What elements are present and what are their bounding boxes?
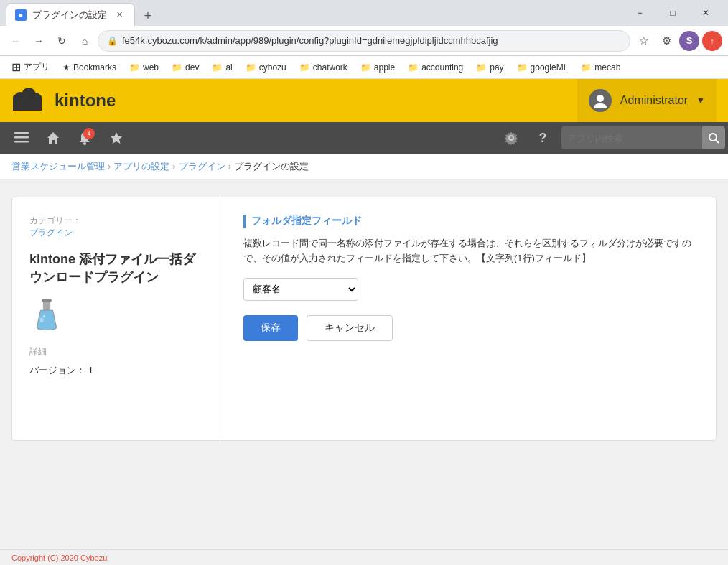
folder-icon: 📁	[517, 62, 528, 73]
svg-marker-10	[47, 132, 59, 144]
folder-icon: 📁	[172, 62, 182, 73]
reload-button[interactable]: ↻	[52, 31, 72, 51]
plugin-config-panel: フォルダ指定フィールド 複数レコード間で同一名称の添付ファイルが存在する場合は、…	[220, 197, 716, 440]
bookmark-ai[interactable]: 📁 ai	[206, 60, 238, 75]
back-button[interactable]: ←	[6, 31, 26, 51]
config-actions: 保存 キャンセル	[243, 315, 693, 341]
star-nav-icon	[109, 131, 123, 145]
svg-point-18	[40, 318, 44, 323]
home-nav-icon[interactable]	[40, 125, 66, 151]
svg-point-6	[594, 103, 607, 108]
bookmark-dev[interactable]: 📁 dev	[166, 60, 205, 75]
bookmarks-bar: ⊞ アプリ ★ Bookmarks 📁 web 📁 dev 📁 ai 📁 cyb…	[0, 56, 728, 79]
plugin-category-value: プラグイン	[29, 227, 202, 239]
plugin-icon-wrap	[29, 298, 202, 335]
window-controls: − □ ✕	[623, 0, 722, 26]
nav-bar: 4 ?	[0, 122, 728, 154]
breadcrumb: 営業スケジュール管理 › アプリの設定 › プラグイン › プラグインの設定	[0, 154, 728, 179]
footer: Copyright (C) 2020 Cybozu	[0, 549, 728, 565]
nav-search-wrap	[561, 126, 702, 149]
bookmark-bookmarks-label: Bookmarks	[73, 62, 116, 73]
plugin-details-label: 詳細	[29, 346, 202, 358]
bookmark-chatwork-label: chatwork	[313, 62, 347, 73]
folder-icon: 📁	[476, 62, 487, 73]
main-content: カテゴリー： プラグイン kintone 添付ファイル一括ダウンロードプラグイン…	[0, 179, 728, 538]
bookmark-googleml-label: googleML	[531, 62, 569, 73]
svg-marker-12	[111, 132, 122, 144]
settings-nav-icon[interactable]	[498, 125, 524, 151]
forward-button[interactable]: →	[29, 31, 49, 51]
bookmark-pay-label: pay	[490, 62, 503, 73]
svg-rect-17	[42, 299, 52, 302]
hamburger-icon	[14, 132, 29, 144]
bookmark-chatwork[interactable]: 📁 chatwork	[294, 60, 353, 75]
breadcrumb-item-1[interactable]: 営業スケジュール管理	[11, 160, 105, 173]
help-nav-icon[interactable]: ?	[530, 125, 556, 151]
home-button[interactable]: ⌂	[75, 31, 95, 51]
bookmark-pay[interactable]: 📁 pay	[470, 60, 509, 75]
extensions-button[interactable]: ⚙	[656, 31, 676, 51]
home-icon	[46, 131, 60, 145]
cancel-button[interactable]: キャンセル	[307, 315, 393, 341]
svg-rect-4	[13, 98, 42, 111]
kintone-logo-text: kintone	[55, 90, 116, 111]
breadcrumb-sep-1: ›	[108, 161, 111, 172]
bookmark-star-button[interactable]: ☆	[633, 31, 653, 51]
favorites-icon[interactable]	[103, 125, 129, 151]
active-tab[interactable]: ■ プラグインの設定 ✕	[6, 3, 135, 26]
bookmark-googleml[interactable]: 📁 googleML	[511, 60, 574, 75]
plugin-version-label: バージョン：	[29, 365, 85, 375]
bookmark-cybozu-label: cybozu	[259, 62, 286, 73]
gear-icon	[504, 131, 518, 145]
breadcrumb-item-2[interactable]: アプリの設定	[113, 160, 169, 173]
maximize-button[interactable]: □	[656, 0, 689, 26]
bookmark-ai-label: ai	[225, 62, 232, 73]
lock-icon: 🔒	[107, 36, 118, 46]
admin-dropdown-arrow[interactable]: ▼	[696, 95, 705, 106]
address-input-wrap[interactable]: 🔒 fe54k.cybozu.com/k/admin/app/989/plugi…	[98, 30, 630, 52]
profile-button[interactable]: S	[679, 31, 699, 51]
svg-point-11	[83, 142, 86, 145]
notification-bell[interactable]: 4	[72, 125, 98, 151]
svg-point-14	[709, 134, 717, 141]
svg-line-15	[716, 140, 719, 143]
bookmark-bookmarks[interactable]: ★ Bookmarks	[57, 60, 122, 75]
save-button[interactable]: 保存	[243, 315, 298, 341]
bookmark-accounting[interactable]: 📁 accounting	[402, 60, 469, 75]
plugin-card: カテゴリー： プラグイン kintone 添付ファイル一括ダウンロードプラグイン…	[11, 197, 717, 441]
svg-point-19	[43, 315, 45, 317]
bookmark-apps[interactable]: ⊞ アプリ	[6, 58, 55, 76]
folder-field-select[interactable]: 顧客名 件名 担当者	[243, 278, 358, 301]
app-search-button[interactable]	[702, 126, 725, 149]
minimize-button[interactable]: −	[623, 0, 656, 26]
config-description: 複数レコード間で同一名称の添付ファイルが存在する場合は、それらを区別するフォルダ…	[243, 236, 693, 266]
bookmark-apple[interactable]: 📁 apple	[355, 60, 401, 75]
tab-bar: ■ プラグインの設定 ✕ +	[6, 0, 623, 26]
menu-icon[interactable]	[9, 125, 34, 151]
plugin-title: kintone 添付ファイル一括ダウンロードプラグイン	[29, 251, 202, 286]
plugin-flask-icon	[29, 298, 64, 332]
plugin-category-label: カテゴリー：	[29, 215, 202, 227]
plugin-version-value: 1	[88, 365, 93, 375]
kintone-logo: kintone	[11, 88, 116, 113]
breadcrumb-sep-2: ›	[172, 161, 175, 172]
new-tab-button[interactable]: +	[138, 6, 158, 26]
admin-name: Administrator	[620, 94, 688, 107]
bookmark-cybozu[interactable]: 📁 cybozu	[240, 60, 292, 75]
tab-title: プラグインの設定	[32, 9, 107, 22]
tab-close-button[interactable]: ✕	[113, 9, 126, 22]
close-window-button[interactable]: ✕	[689, 0, 722, 26]
admin-avatar	[589, 89, 612, 112]
address-bar: ← → ↻ ⌂ 🔒 fe54k.cybozu.com/k/admin/app/9…	[0, 26, 728, 56]
breadcrumb-item-3[interactable]: プラグイン	[179, 160, 225, 173]
copyright-text: Copyright (C) 2020 Cybozu	[11, 554, 107, 562]
update-button[interactable]: ↑	[702, 31, 722, 51]
config-select-wrap: 顧客名 件名 担当者	[243, 278, 693, 301]
bookmark-mecab[interactable]: 📁 mecab	[575, 60, 626, 75]
header-right: Administrator ▼	[577, 79, 717, 122]
bookmark-web[interactable]: 📁 web	[123, 60, 164, 75]
app-search-input[interactable]	[567, 133, 696, 144]
cloud-logo-icon	[11, 88, 43, 113]
folder-icon: 📁	[246, 62, 256, 73]
tab-favicon: ■	[15, 9, 27, 21]
